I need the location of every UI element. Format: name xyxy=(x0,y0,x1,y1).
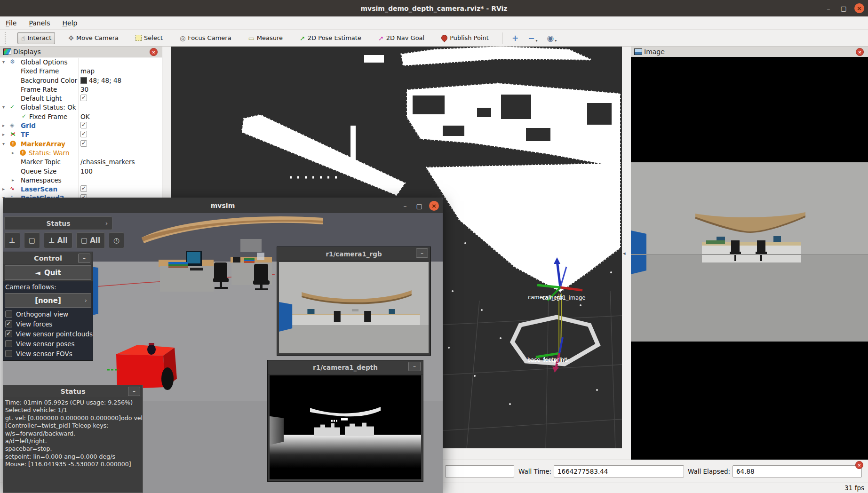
camera-rgb-titlebar[interactable]: r1/camera1_rgb – xyxy=(277,247,430,261)
camera-rgb-window[interactable]: r1/camera1_rgb – xyxy=(277,246,431,356)
control-panel-header[interactable]: Control – xyxy=(3,252,93,264)
add-tool-button[interactable]: + xyxy=(512,33,518,43)
tool-label: Move Camera xyxy=(76,34,119,41)
option-orthogonal-view[interactable]: Orthogonal view xyxy=(3,309,93,319)
view-sensor-pointclouds-checkbox[interactable] xyxy=(5,330,12,337)
mvsim-minimize-icon[interactable]: – xyxy=(401,202,409,210)
toolbar-separator xyxy=(502,32,502,44)
wall-time-field[interactable]: 1664277583.44 xyxy=(554,465,684,477)
expander-icon[interactable]: ▾ xyxy=(2,59,5,64)
window-titlebar[interactable]: mvsim_demo_depth_camera.rviz* - RViz – ▢… xyxy=(0,0,868,16)
option-view-sensor-poses[interactable]: View sensor poses xyxy=(3,339,93,349)
remove-tool-button[interactable]: −▾ xyxy=(528,33,537,43)
option-view-forces[interactable]: View forces xyxy=(3,319,93,329)
selection-box-icon xyxy=(135,35,142,41)
quit-button[interactable]: ◄ Quit xyxy=(5,265,91,280)
image-panel-close-icon[interactable]: × xyxy=(856,48,864,56)
displays-panel-icon xyxy=(3,48,11,55)
expander-icon[interactable]: ▸ xyxy=(2,123,5,128)
status-panel-header[interactable]: Status – xyxy=(3,385,143,397)
menu-file[interactable]: File xyxy=(6,19,16,27)
camera-depth-titlebar[interactable]: r1/camera1_depth – xyxy=(268,360,423,374)
mvsim-minimize-all-button[interactable]: ⊥ All xyxy=(44,232,72,248)
row-tf[interactable]: ▸ TF xyxy=(0,130,162,139)
maximize-icon[interactable]: ▢ xyxy=(839,5,848,12)
expander-icon[interactable]: ▾ xyxy=(2,141,5,146)
expander-icon[interactable]: ▾ xyxy=(2,104,5,110)
tf-label-camera-image: camera1_image xyxy=(542,294,585,301)
wall-elapsed-field[interactable]: 64.88 xyxy=(733,465,862,477)
mvsim-maximize-icon[interactable]: ▢ xyxy=(415,202,423,210)
row-default-light[interactable]: Default Light xyxy=(0,94,162,103)
view-forces-checkbox[interactable] xyxy=(5,320,12,327)
menu-help[interactable]: Help xyxy=(63,19,78,27)
row-background-color[interactable]: Background Color 48; 48; 48 xyxy=(0,76,162,85)
default-light-checkbox[interactable] xyxy=(80,95,87,101)
option-view-sensor-fovs[interactable]: View sensor FOVs xyxy=(3,349,93,358)
mvsim-restore-button[interactable]: ▢ xyxy=(24,232,40,248)
frame-rate-value[interactable]: 30 xyxy=(80,86,88,93)
displays-panel-header[interactable]: Displays × xyxy=(0,47,162,57)
move-camera-tool-button[interactable]: ✥ Move Camera xyxy=(64,32,122,44)
collapse-arrow-icon[interactable]: ◂ xyxy=(623,250,626,256)
status-minimize-icon[interactable]: – xyxy=(128,387,140,396)
camera-depth-minimize-icon[interactable]: – xyxy=(408,362,421,371)
mvsim-window[interactable]: mvsim – ▢ × xyxy=(3,198,443,493)
time-field[interactable] xyxy=(445,465,514,477)
row-fixed-frame-status[interactable]: ✓ Fixed Frame OK xyxy=(0,112,162,121)
mvsim-titlebar[interactable]: mvsim – ▢ × xyxy=(3,198,443,214)
status-text: Time: 01min 05.992s (CPU usage: 9.256%) … xyxy=(3,397,143,469)
background-color-value[interactable]: 48; 48; 48 xyxy=(80,77,121,84)
expander-icon[interactable]: ▸ xyxy=(2,186,5,191)
displays-close-icon[interactable]: × xyxy=(150,48,158,56)
close-icon[interactable]: × xyxy=(854,3,864,13)
control-minimize-icon[interactable]: – xyxy=(78,254,90,263)
interact-tool-button[interactable]: ☝ Interact xyxy=(17,32,55,44)
row-global-status[interactable]: ▾ ✓ Global Status: Ok xyxy=(0,103,162,112)
marker-topic-value[interactable]: /chassis_markers xyxy=(80,158,135,166)
mvsim-restore-all-button[interactable]: ▢ All xyxy=(76,232,105,248)
tf-checkbox[interactable] xyxy=(80,131,87,137)
expander-icon[interactable]: ▸ xyxy=(12,150,14,155)
row-marker-topic[interactable]: Marker Topic /chassis_markers xyxy=(0,158,162,167)
measure-tool-button[interactable]: ▭ Measure xyxy=(245,32,287,44)
view-sensor-poses-checkbox[interactable] xyxy=(5,340,12,347)
nav-goal-tool-button[interactable]: ➚ 2D Nav Goal xyxy=(374,32,428,44)
view-tool-button[interactable]: ◉▾ xyxy=(547,33,557,43)
fixed-frame-value[interactable]: map xyxy=(80,67,95,75)
view-sensor-fovs-checkbox[interactable] xyxy=(5,350,12,357)
marker-array-checkbox[interactable] xyxy=(80,140,87,147)
camera-rgb-minimize-icon[interactable]: – xyxy=(416,248,428,258)
expander-icon[interactable]: ▸ xyxy=(2,132,5,137)
row-queue-size[interactable]: Queue Size 100 xyxy=(0,167,162,176)
menu-panels[interactable]: Panels xyxy=(29,19,50,27)
row-marker-array[interactable]: ▾ ! MarkerArray xyxy=(0,140,162,149)
pose-estimate-tool-button[interactable]: ➚ 2D Pose Estimate xyxy=(296,32,365,44)
focus-camera-tool-button[interactable]: ◎ Focus Camera xyxy=(176,32,235,44)
row-fixed-frame[interactable]: Fixed Frame map xyxy=(0,67,162,76)
queue-size-value[interactable]: 100 xyxy=(80,167,93,175)
mvsim-status-dropdown[interactable]: Status › xyxy=(4,216,112,230)
minimize-icon[interactable]: – xyxy=(824,5,833,12)
laser-scan-checkbox[interactable] xyxy=(80,185,87,192)
panel-splitter[interactable]: ◂ xyxy=(622,47,631,460)
camera-follows-dropdown[interactable]: [none] › xyxy=(5,293,91,308)
grid-checkbox[interactable] xyxy=(80,122,87,128)
image-panel-header[interactable]: Image × xyxy=(631,47,868,57)
select-tool-button[interactable]: Select xyxy=(132,32,167,44)
mvsim-minimize-button[interactable]: ⊥ xyxy=(4,232,20,248)
expander-icon[interactable]: ▸ xyxy=(12,177,14,183)
row-status-warn[interactable]: ▸ ! Status: Warn xyxy=(0,149,162,158)
row-grid[interactable]: ▸ ◈ Grid xyxy=(0,121,162,130)
row-namespaces[interactable]: ▸ Namespaces xyxy=(0,176,162,185)
row-frame-rate[interactable]: Frame Rate 30 xyxy=(0,85,162,94)
orthogonal-view-checkbox[interactable] xyxy=(5,310,12,318)
publish-point-tool-button[interactable]: Publish Point xyxy=(438,32,493,44)
row-laser-scan[interactable]: ▸ ∿ LaserScan xyxy=(0,185,162,194)
mvsim-opacity-button[interactable]: ◷ xyxy=(109,232,124,248)
row-global-options[interactable]: ▾ ⚙ Global Options xyxy=(0,58,162,67)
mvsim-close-icon[interactable]: × xyxy=(429,201,439,211)
option-view-sensor-pointclouds[interactable]: View sensor pointclouds xyxy=(3,329,93,339)
camera-depth-window[interactable]: r1/camera1_depth – xyxy=(267,360,423,482)
time-panel-close-icon[interactable]: × xyxy=(855,461,863,469)
